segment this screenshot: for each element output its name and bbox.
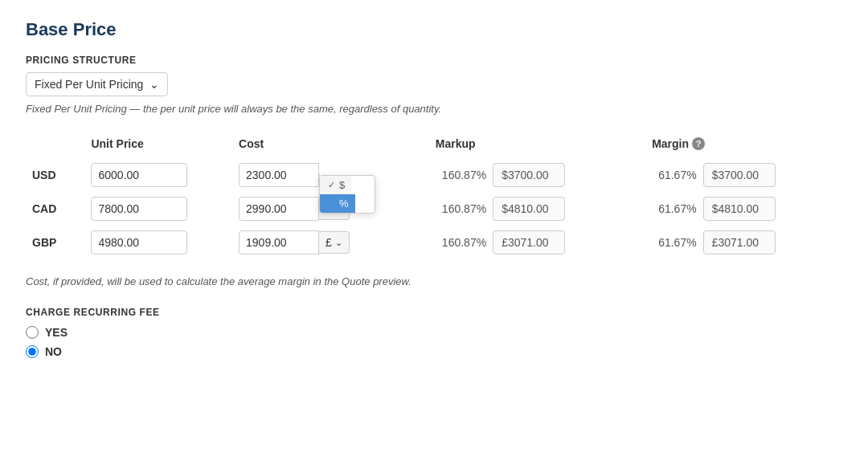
- recurring-no-label: NO: [45, 345, 62, 358]
- margin-header-text: Margin: [652, 137, 689, 150]
- markup-pct-CAD: 160.87%: [436, 197, 493, 220]
- markup-cell-GBP: 160.87%£3071.00: [429, 226, 645, 259]
- margin-group-CAD: 61.67%$4810.00: [652, 197, 836, 221]
- margin-pct-USD: 61.67%: [652, 164, 702, 186]
- recurring-yes-item[interactable]: YES: [26, 326, 842, 339]
- markup-group-CAD: 160.87%$4810.00: [436, 197, 639, 221]
- markup-value-CAD: $4810.00: [493, 197, 565, 221]
- currency-label-CAD: CAD: [26, 192, 84, 226]
- recurring-yes-radio[interactable]: [26, 326, 39, 339]
- cost-cell-GBP: £⌄: [232, 226, 429, 259]
- cost-input-USD[interactable]: [239, 163, 319, 187]
- recurring-fee-section: CHARGE RECURRING FEE YES NO: [26, 307, 842, 358]
- pricing-table: Unit Price Cost Markup Margin ? USD✓$%16…: [26, 134, 842, 259]
- col-header-markup: Markup: [429, 134, 645, 158]
- chevron-down-icon: ⌄: [335, 238, 342, 248]
- cost-note: Cost, if provided, will be used to calcu…: [26, 275, 842, 287]
- currency-label-GBP: GBP: [26, 226, 84, 259]
- recurring-label: CHARGE RECURRING FEE: [26, 307, 842, 318]
- col-header-currency: [26, 134, 84, 158]
- markup-cell-CAD: 160.87%$4810.00: [429, 192, 645, 226]
- unit-price-input-USD[interactable]: [91, 163, 187, 187]
- col-header-unit-price: Unit Price: [84, 134, 232, 158]
- cost-cell-USD: ✓$%: [232, 158, 429, 192]
- recurring-no-item[interactable]: NO: [26, 345, 842, 358]
- recurring-radio-group: YES NO: [26, 326, 842, 358]
- unit-price-cell-USD: [84, 158, 232, 192]
- markup-value-USD: $3700.00: [493, 163, 565, 187]
- recurring-yes-label: YES: [45, 326, 68, 339]
- margin-group-GBP: 61.67%£3071.00: [652, 230, 836, 255]
- cost-type-dollar-btn[interactable]: ✓$: [320, 176, 351, 194]
- col-header-cost: Cost: [232, 134, 429, 158]
- markup-group-GBP: 160.87%£3071.00: [436, 230, 639, 255]
- margin-cell-CAD: 61.67%$4810.00: [645, 192, 842, 226]
- pricing-note: Fixed Per Unit Pricing — the per unit pr…: [26, 103, 842, 115]
- markup-pct-GBP: 160.87%: [436, 231, 493, 254]
- unit-price-input-GBP[interactable]: [91, 230, 187, 255]
- table-row: USD✓$%160.87%$3700.0061.67%$3700.00: [26, 158, 842, 192]
- margin-cell-USD: 61.67%$3700.00: [645, 158, 842, 192]
- cost-type-percent-btn[interactable]: %: [320, 194, 355, 213]
- margin-value-CAD: $4810.00: [703, 197, 776, 221]
- cost-currency-symbol: £: [326, 236, 332, 249]
- markup-pct-USD: 160.87%: [436, 164, 493, 186]
- cost-type-selector-USD: ✓$%: [319, 174, 320, 176]
- cost-input-CAD[interactable]: [239, 197, 319, 221]
- page-title: Base Price: [26, 19, 842, 40]
- markup-cell-USD: 160.87%$3700.00: [429, 158, 645, 192]
- cost-group-USD: ✓$%: [239, 163, 423, 187]
- margin-value-GBP: £3071.00: [703, 230, 776, 255]
- margin-pct-GBP: 61.67%: [652, 231, 702, 254]
- markup-value-GBP: £3071.00: [493, 230, 565, 255]
- currency-label-USD: USD: [26, 158, 84, 192]
- unit-price-cell-GBP: [84, 226, 232, 259]
- cost-input-GBP[interactable]: [239, 230, 319, 255]
- pricing-structure-label: PRICING STRUCTURE: [26, 55, 842, 66]
- margin-value-USD: $3700.00: [703, 163, 776, 187]
- pricing-type-select[interactable]: Fixed Per Unit Pricing ⌄: [26, 72, 168, 96]
- markup-group-USD: 160.87%$3700.00: [436, 163, 639, 187]
- col-header-margin: Margin ?: [645, 134, 842, 158]
- table-row: CAD$⌄160.87%$4810.0061.67%$4810.00: [26, 192, 842, 226]
- cost-group-GBP: £⌄: [239, 230, 423, 255]
- pricing-type-value: Fixed Per Unit Pricing: [35, 78, 143, 91]
- margin-group-USD: 61.67%$3700.00: [652, 163, 836, 187]
- unit-price-input-CAD[interactable]: [91, 197, 187, 221]
- margin-cell-GBP: 61.67%£3071.00: [645, 226, 842, 259]
- table-row: GBP£⌄160.87%£3071.0061.67%£3071.00: [26, 226, 842, 259]
- recurring-no-radio[interactable]: [26, 345, 39, 358]
- chevron-down-icon: ⌄: [149, 78, 159, 91]
- margin-help-icon[interactable]: ?: [692, 137, 705, 150]
- cost-type-dropdown: ✓$%: [319, 175, 375, 214]
- margin-pct-CAD: 61.67%: [652, 197, 702, 220]
- unit-price-cell-CAD: [84, 192, 232, 226]
- cost-currency-dropdown-GBP[interactable]: £⌄: [319, 231, 350, 254]
